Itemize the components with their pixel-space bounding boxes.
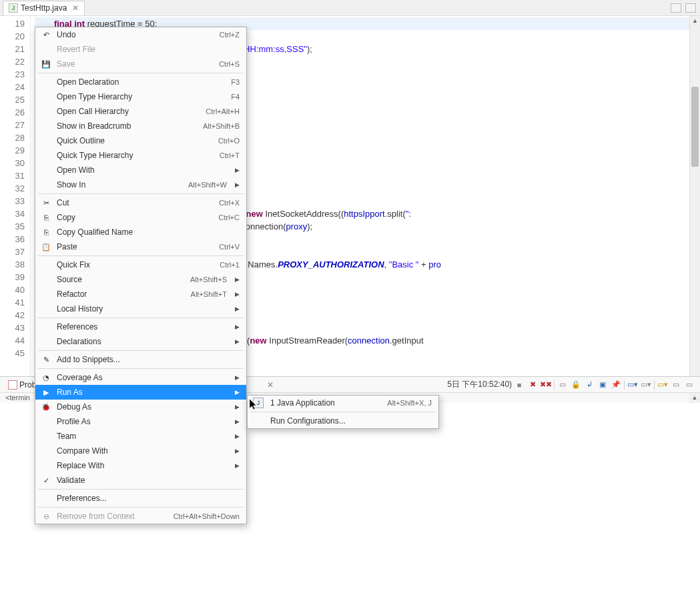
panel-scrollbar[interactable]: ▲ bbox=[689, 393, 700, 403]
menu-item-open-declaration[interactable]: Open DeclarationF3 bbox=[35, 75, 246, 89]
console-close-icon[interactable]: ✕ bbox=[267, 380, 274, 390]
menu-item-references[interactable]: References▶ bbox=[35, 320, 246, 334]
submenu-item-run-configurations[interactable]: Run Configurations... bbox=[248, 414, 438, 428]
menu-item-label: Team bbox=[57, 432, 76, 441]
menu-item-preferences[interactable]: Preferences... bbox=[35, 491, 246, 506]
menu-shortcut: Ctrl+X bbox=[219, 199, 240, 207]
menu-item-icon: ◔ bbox=[41, 372, 51, 383]
show-console-icon[interactable]: ▣ bbox=[597, 380, 608, 390]
line-number: 29 bbox=[0, 144, 25, 157]
remove-all-icon[interactable]: ✖✖ bbox=[541, 380, 551, 390]
menu-item-paste[interactable]: 📋PasteCtrl+V bbox=[35, 239, 246, 254]
menu-shortcut: Alt+Shift+B bbox=[203, 122, 240, 130]
line-number: 30 bbox=[0, 157, 25, 169]
maximize-view-icon[interactable] bbox=[685, 3, 696, 13]
menu-item-debug-as[interactable]: 🐞Debug As▶ bbox=[35, 400, 246, 414]
menu-item-source[interactable]: SourceAlt+Shift+S▶ bbox=[35, 272, 246, 287]
clear-console-icon[interactable]: ▭ bbox=[557, 380, 568, 390]
menu-item-quick-type-hierarchy[interactable]: Quick Type HierarchyCtrl+T bbox=[35, 148, 246, 163]
menu-separator bbox=[38, 350, 244, 351]
menu-separator bbox=[38, 318, 244, 318]
menu-item-replace-with[interactable]: Replace With▶ bbox=[35, 458, 246, 473]
menu-item-copy[interactable]: ⎘CopyCtrl+C bbox=[35, 210, 246, 225]
menu-separator bbox=[38, 489, 244, 490]
menu-separator bbox=[38, 255, 244, 256]
submenu-item-label: 1 Java Application bbox=[270, 398, 335, 408]
submenu-arrow-icon: ▶ bbox=[230, 374, 240, 381]
line-number: 21 bbox=[0, 43, 25, 55]
menu-item-copy-qualified-name[interactable]: ⎘Copy Qualified Name bbox=[35, 225, 246, 239]
minimize-view-icon[interactable] bbox=[671, 3, 681, 13]
menu-shortcut: Ctrl+O bbox=[218, 137, 240, 145]
menu-item-quick-outline[interactable]: Quick OutlineCtrl+O bbox=[35, 133, 246, 148]
menu-item-show-in-breadcrumb[interactable]: Show in BreadcrumbAlt+Shift+B bbox=[35, 119, 246, 133]
line-number: 25 bbox=[0, 93, 25, 106]
menu-item-run-as[interactable]: ▶Run As▶ bbox=[35, 385, 246, 400]
line-number: 22 bbox=[0, 55, 25, 68]
menu-item-label: Profile As bbox=[57, 417, 91, 426]
submenu-arrow-icon: ▶ bbox=[230, 324, 240, 330]
close-tab-icon[interactable]: ✕ bbox=[72, 3, 79, 13]
display-selected-icon[interactable]: ▭▾ bbox=[627, 380, 638, 390]
menu-item-open-with[interactable]: Open With▶ bbox=[35, 163, 246, 177]
menu-item-label: Compare With bbox=[57, 446, 108, 456]
menu-item-quick-fix[interactable]: Quick FixCtrl+1 bbox=[35, 257, 246, 272]
menu-item-compare-with[interactable]: Compare With▶ bbox=[35, 444, 246, 458]
word-wrap-icon[interactable]: ↲ bbox=[584, 380, 595, 390]
menu-shortcut: Ctrl+1 bbox=[220, 261, 240, 269]
problems-icon bbox=[8, 380, 17, 390]
menu-item-open-call-hierarchy[interactable]: Open Call HierarchyCtrl+Alt+H bbox=[35, 104, 246, 119]
menu-item-add-to-snippets[interactable]: ✎Add to Snippets... bbox=[35, 352, 246, 367]
remove-launch-icon[interactable]: ✖ bbox=[527, 380, 538, 390]
context-menu: ↶UndoCtrl+ZRevert File💾SaveCtrl+SOpen De… bbox=[35, 27, 247, 524]
menu-shortcut: Ctrl+S bbox=[219, 60, 240, 68]
min-panel-icon[interactable]: ▭ bbox=[671, 380, 681, 390]
line-number: 42 bbox=[0, 309, 25, 322]
menu-item-undo[interactable]: ↶UndoCtrl+Z bbox=[35, 27, 246, 42]
menu-item-label: Preferences... bbox=[57, 494, 107, 503]
line-number: 38 bbox=[0, 258, 25, 271]
menu-item-cut[interactable]: ✂CutCtrl+X bbox=[35, 195, 246, 210]
scroll-lock-icon[interactable]: 🔒 bbox=[571, 380, 581, 390]
submenu-arrow-icon: ▶ bbox=[230, 433, 240, 440]
menu-item-icon: ✓ bbox=[41, 475, 51, 486]
editor-tab[interactable]: J TestHttp.java ✕ bbox=[3, 1, 85, 15]
menu-item-team[interactable]: Team▶ bbox=[35, 429, 246, 444]
terminate-icon[interactable]: ■ bbox=[514, 380, 524, 390]
menu-item-show-in[interactable]: Show InAlt+Shift+W▶ bbox=[35, 177, 246, 192]
menu-item-open-type-hierarchy[interactable]: Open Type HierarchyF4 bbox=[35, 89, 246, 104]
line-number: 32 bbox=[0, 182, 25, 195]
menu-item-refactor[interactable]: RefactorAlt+Shift+T▶ bbox=[35, 287, 246, 302]
menu-item-label: Cut bbox=[57, 198, 69, 207]
menu-item-label: Debug As bbox=[57, 402, 91, 412]
menu-item-validate[interactable]: ✓Validate bbox=[35, 473, 246, 488]
line-number: 28 bbox=[0, 131, 25, 144]
menu-item-declarations[interactable]: Declarations▶ bbox=[35, 334, 246, 349]
submenu-arrow-icon: ▶ bbox=[230, 276, 240, 283]
new-console-icon[interactable]: ▭▾ bbox=[657, 380, 668, 390]
pin-console-icon[interactable]: 📌 bbox=[611, 380, 621, 390]
line-number: 43 bbox=[0, 322, 25, 334]
menu-item-icon: 💾 bbox=[41, 59, 51, 69]
vertical-scrollbar[interactable]: ▲ bbox=[689, 16, 700, 376]
submenu-arrow-icon: ▶ bbox=[230, 389, 240, 396]
menu-item-icon: ⎘ bbox=[41, 212, 51, 223]
max-panel-icon[interactable]: ▭ bbox=[684, 380, 695, 390]
scroll-up-arrow[interactable]: ▲ bbox=[690, 17, 700, 24]
menu-item-profile-as[interactable]: Profile As▶ bbox=[35, 414, 246, 429]
line-number: 33 bbox=[0, 195, 25, 207]
scroll-thumb[interactable] bbox=[691, 87, 699, 167]
menu-separator bbox=[38, 368, 244, 369]
menu-item-coverage-as[interactable]: ◔Coverage As▶ bbox=[35, 370, 246, 385]
open-console-icon[interactable]: ▭▾ bbox=[641, 380, 651, 390]
menu-shortcut: Ctrl+Alt+Shift+Down bbox=[173, 512, 240, 520]
submenu-item-1-java-application[interactable]: J1 Java ApplicationAlt+Shift+X, J bbox=[248, 396, 438, 410]
menu-item-local-history[interactable]: Local History▶ bbox=[35, 302, 246, 316]
menu-separator bbox=[38, 193, 244, 194]
line-number: 20 bbox=[0, 30, 25, 43]
menu-shortcut: F3 bbox=[231, 78, 240, 86]
submenu-item-label: Run Configurations... bbox=[270, 416, 346, 426]
menu-shortcut: Ctrl+T bbox=[220, 151, 240, 159]
console-timestamp: 5日 下午10:52:40) bbox=[447, 379, 512, 390]
menu-item-revert-file: Revert File bbox=[35, 42, 246, 57]
